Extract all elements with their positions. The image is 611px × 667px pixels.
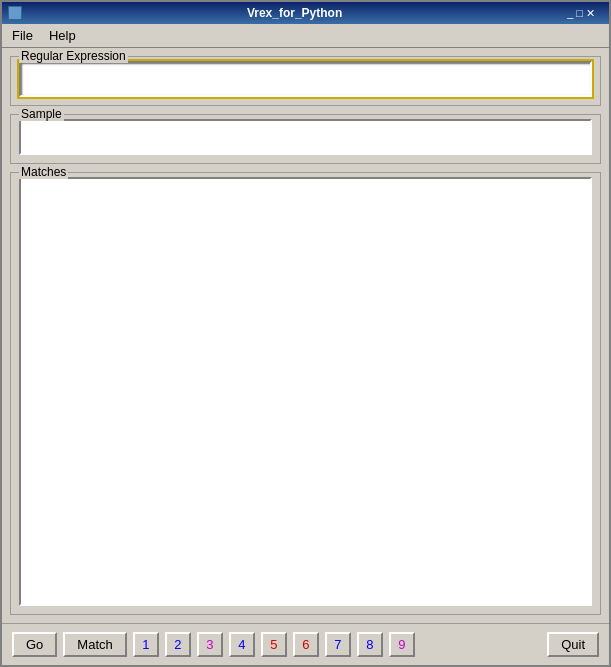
sample-section: Sample <box>10 114 601 164</box>
num-button-7[interactable]: 7 <box>325 632 351 657</box>
title-bar: Vrex_for_Python _ □ ✕ <box>2 2 609 24</box>
num-button-6[interactable]: 6 <box>293 632 319 657</box>
regex-legend: Regular Expression <box>19 49 128 63</box>
app-icon <box>8 6 22 20</box>
quit-button[interactable]: Quit <box>547 632 599 657</box>
matches-section: Matches <box>10 172 601 615</box>
match-button[interactable]: Match <box>63 632 126 657</box>
bottom-bar: Go Match 1 2 3 4 5 6 7 8 9 Quit <box>2 623 609 665</box>
go-button[interactable]: Go <box>12 632 57 657</box>
regex-input[interactable] <box>19 61 592 97</box>
regex-section: Regular Expression <box>10 56 601 106</box>
num-button-3[interactable]: 3 <box>197 632 223 657</box>
num-button-2[interactable]: 2 <box>165 632 191 657</box>
window-controls: _ □ ✕ <box>567 7 603 20</box>
num-button-5[interactable]: 5 <box>261 632 287 657</box>
num-button-4[interactable]: 4 <box>229 632 255 657</box>
menu-help[interactable]: Help <box>43 26 82 45</box>
num-button-9[interactable]: 9 <box>389 632 415 657</box>
menu-file[interactable]: File <box>6 26 39 45</box>
sample-legend: Sample <box>19 107 64 121</box>
title-bar-left <box>8 6 22 20</box>
content-area: Regular Expression Sample Matches <box>2 48 609 623</box>
matches-textarea[interactable] <box>19 177 592 606</box>
sample-input[interactable] <box>19 119 592 155</box>
minimize-icon: _ □ ✕ <box>567 7 595 20</box>
num-button-1[interactable]: 1 <box>133 632 159 657</box>
num-button-8[interactable]: 8 <box>357 632 383 657</box>
menu-bar: File Help <box>2 24 609 48</box>
main-window: Vrex_for_Python _ □ ✕ File Help Regular … <box>0 0 611 667</box>
matches-legend: Matches <box>19 165 68 179</box>
window-title: Vrex_for_Python <box>22 6 567 20</box>
